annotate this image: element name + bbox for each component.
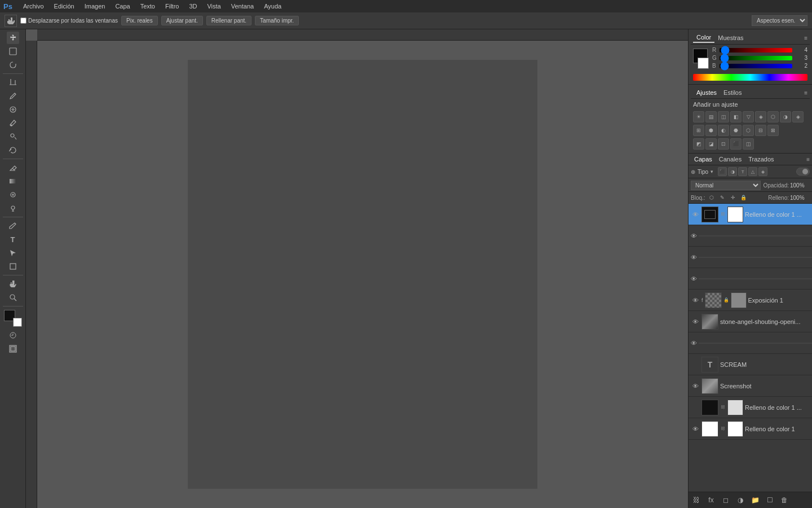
- filter-shape-icon[interactable]: △: [748, 167, 757, 176]
- screen-mode-tool[interactable]: [7, 343, 19, 355]
- fill-value[interactable]: 100%: [790, 195, 810, 201]
- eyedropper-tool[interactable]: [7, 90, 19, 102]
- pen-tool[interactable]: [7, 220, 19, 232]
- layer-item[interactable]: 👁 Capa 1: [689, 268, 812, 290]
- menu-edicion[interactable]: Edición: [52, 3, 76, 10]
- hand-tool[interactable]: [7, 278, 19, 290]
- layer-item[interactable]: 👁 Screenshot: [689, 375, 812, 397]
- menu-ayuda[interactable]: Ayuda: [262, 3, 283, 10]
- layers-panel-menu[interactable]: ≡: [806, 156, 810, 163]
- selectivecolor-adj-icon[interactable]: ⊠: [767, 125, 779, 136]
- hsl-adj-icon[interactable]: ◈: [755, 111, 766, 122]
- pattern-adj-icon[interactable]: ⊡: [718, 138, 729, 150]
- canvas[interactable]: [188, 60, 537, 489]
- link-layers-button[interactable]: ⛓: [691, 494, 702, 506]
- photofilter-adj-icon[interactable]: ◈: [792, 111, 804, 122]
- posterize-adj-icon[interactable]: ⬣: [730, 125, 742, 136]
- shadows-adj-icon[interactable]: ◩: [693, 138, 704, 150]
- estilos-tab[interactable]: Estilos: [720, 88, 745, 97]
- invert-adj-icon[interactable]: ◐: [718, 125, 729, 136]
- colorbalance-adj-icon[interactable]: ⬡: [767, 111, 779, 122]
- selection-tool[interactable]: [7, 45, 19, 58]
- pix-reales-button[interactable]: Pix. reales: [121, 16, 158, 25]
- muestras-tab[interactable]: Muestras: [714, 33, 747, 42]
- curves2-adj-icon[interactable]: ◪: [705, 138, 717, 150]
- visibility-icon[interactable]: 👁: [691, 253, 697, 262]
- move-tool[interactable]: [7, 32, 19, 44]
- clone-tool[interactable]: [7, 130, 19, 143]
- new-group-button[interactable]: 📁: [749, 494, 761, 506]
- menu-texto[interactable]: Texto: [139, 3, 157, 10]
- dodge-tool[interactable]: [7, 202, 19, 214]
- workspace-select[interactable]: Aspectos esen.: [752, 15, 807, 26]
- layer-item[interactable]: T SCREAM: [689, 354, 812, 375]
- visibility-icon[interactable]: 👁: [691, 382, 700, 391]
- menu-imagen[interactable]: Imagen: [83, 3, 107, 10]
- ajustes-tab[interactable]: Ajustes: [693, 88, 720, 97]
- levels-adj-icon[interactable]: ▤: [705, 111, 717, 122]
- zoom-tool[interactable]: [7, 291, 19, 304]
- path-selection-tool[interactable]: [7, 247, 19, 259]
- hand-tool-icon[interactable]: [5, 15, 17, 27]
- g-slider[interactable]: [720, 56, 792, 60]
- r-slider[interactable]: [720, 48, 792, 52]
- channelmixer-adj-icon[interactable]: ⊞: [693, 125, 704, 136]
- scroll-all-windows-checkbox[interactable]: [20, 17, 27, 24]
- blur-tool[interactable]: [7, 189, 19, 201]
- add-mask-button[interactable]: ◻: [720, 494, 731, 506]
- brush-tool[interactable]: [7, 117, 19, 129]
- filter-toggle[interactable]: [796, 168, 810, 176]
- gradient-tool[interactable]: [7, 175, 19, 187]
- lock-pixels-icon[interactable]: ✎: [718, 193, 727, 202]
- visibility-icon[interactable]: 👁: [691, 424, 700, 433]
- layer-item[interactable]: 👁 Screenshot copia: [689, 247, 812, 268]
- history-brush-tool[interactable]: [7, 144, 19, 156]
- fx-button[interactable]: fx: [705, 494, 717, 506]
- bw-adj-icon[interactable]: ◑: [780, 111, 791, 122]
- layer-item[interactable]: 👁 ⛓ Relleno de color 1 ...: [689, 204, 812, 225]
- adjustments-menu[interactable]: ≡: [804, 90, 807, 96]
- brightness-adj-icon[interactable]: ☀: [693, 111, 704, 122]
- color-spectrum[interactable]: [693, 74, 807, 81]
- visibility-icon[interactable]: 👁: [691, 339, 697, 348]
- vibrance-adj-icon[interactable]: ▽: [743, 111, 754, 122]
- canales-tab[interactable]: Canales: [716, 155, 745, 164]
- trazados-tab[interactable]: Trazados: [745, 155, 777, 164]
- new-adjustment-button[interactable]: ◑: [735, 494, 746, 506]
- shape-tool[interactable]: [7, 260, 19, 273]
- color-tab[interactable]: Color: [693, 33, 714, 43]
- new-layer-button[interactable]: ☐: [764, 494, 775, 506]
- lock-all-icon[interactable]: 🔒: [739, 193, 748, 202]
- crop-tool[interactable]: [7, 76, 19, 89]
- text-tool[interactable]: T: [7, 233, 19, 246]
- filter-text-icon[interactable]: T: [738, 167, 747, 176]
- blend-mode-select[interactable]: Normal: [691, 181, 761, 190]
- gradient2-adj-icon[interactable]: ◫: [743, 138, 754, 150]
- layer-item[interactable]: 👁 f 🔒 Exposición 1: [689, 290, 812, 311]
- menu-capa[interactable]: Capa: [113, 3, 131, 10]
- toolbox-background-swatch[interactable]: [13, 318, 22, 327]
- rellenar-pant-button[interactable]: Rellenar pant.: [206, 16, 251, 25]
- filter-adjust-icon[interactable]: ◑: [728, 167, 737, 176]
- eraser-tool[interactable]: [7, 161, 19, 174]
- ajustar-pant-button[interactable]: Ajustar pant.: [161, 16, 203, 25]
- layer-item[interactable]: 👁 SCREAM copia: [689, 332, 812, 354]
- lock-position-icon[interactable]: ✛: [729, 193, 738, 202]
- visibility-icon[interactable]: 👁: [691, 274, 697, 283]
- threshold-adj-icon[interactable]: ⬡: [743, 125, 754, 136]
- curves-adj-icon[interactable]: ◫: [718, 111, 729, 122]
- b-slider[interactable]: [720, 64, 792, 68]
- tipo-dropdown-icon[interactable]: ▾: [710, 169, 713, 174]
- menu-filtro[interactable]: Filtro: [164, 3, 180, 10]
- quick-mask-tool[interactable]: [7, 329, 19, 341]
- colorlookup-adj-icon[interactable]: ⬢: [705, 125, 717, 136]
- layer-item[interactable]: 👁 Screenshot copia 2: [689, 225, 812, 247]
- color-panel-menu[interactable]: ≡: [804, 35, 807, 41]
- tamano-impr-button[interactable]: Tamaño impr.: [255, 16, 299, 25]
- filter-pixel-icon[interactable]: ⬛: [718, 167, 727, 176]
- healing-tool[interactable]: [7, 103, 19, 116]
- lock-transparent-icon[interactable]: ⬡: [707, 193, 716, 202]
- solid-adj-icon[interactable]: ⬛: [730, 138, 742, 150]
- capas-tab[interactable]: Capas: [691, 155, 716, 164]
- visibility-icon[interactable]: 👁: [691, 231, 697, 240]
